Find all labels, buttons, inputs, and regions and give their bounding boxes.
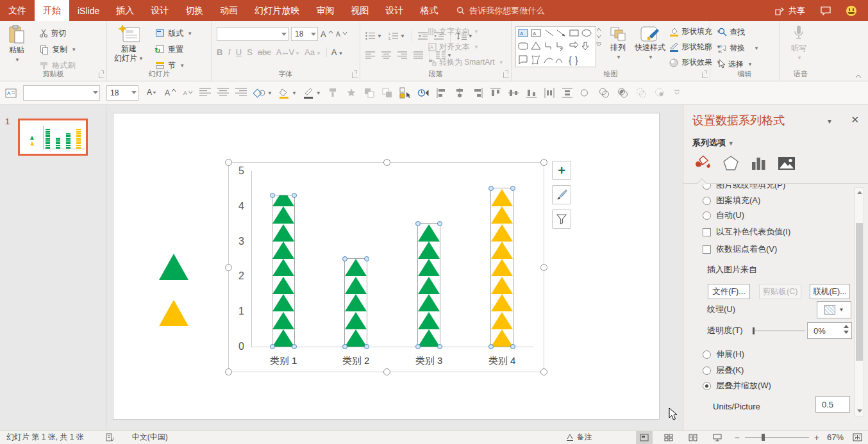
panel-dropdown-icon[interactable]: ▼	[826, 118, 833, 125]
data-point-handle[interactable]	[364, 256, 369, 261]
slide-thumbnail[interactable]	[18, 119, 88, 156]
qb-font-color-icon[interactable]: A	[145, 86, 158, 100]
ribbon-tab-幻灯片放映[interactable]: 幻灯片放映	[246, 0, 308, 21]
clipboard-dialog-launcher[interactable]	[99, 72, 104, 78]
qb-align-right-icon[interactable]	[235, 86, 247, 100]
panel-scrollbar[interactable]	[855, 187, 864, 416]
qb-layout-icon[interactable]: A	[5, 86, 17, 100]
find-button[interactable]: 查找	[718, 26, 759, 38]
data-point-handle[interactable]	[364, 344, 369, 349]
online-button[interactable]: 联机(E)...	[810, 284, 850, 299]
dictate-button[interactable]: 听写 ▼	[785, 21, 813, 71]
decrease-indent-button[interactable]	[412, 29, 428, 43]
reset-button[interactable]: ↻ 重置	[155, 42, 192, 56]
qb-animation-icon[interactable]	[417, 86, 430, 100]
qb-align-center-icon[interactable]	[217, 86, 229, 100]
qb-align-left-icon[interactable]	[199, 86, 211, 100]
qb-align-objects-right-icon[interactable]	[472, 86, 483, 100]
scroll-up-arrow[interactable]	[857, 191, 862, 194]
data-point-handle[interactable]	[270, 344, 275, 349]
chart-handle-e[interactable]	[540, 264, 547, 271]
smartart-button[interactable]: 转换为 SmartArt▼	[428, 57, 504, 68]
smiley-icon[interactable]	[846, 6, 856, 16]
chart-handle-w[interactable]	[225, 264, 232, 271]
green-triangle-shape[interactable]	[159, 254, 188, 280]
ribbon-tab-格式[interactable]: 格式	[412, 0, 446, 21]
data-point-handle[interactable]	[437, 344, 442, 349]
qb-align-objects-center-icon[interactable]	[454, 86, 465, 100]
series-tab-icon[interactable]	[750, 155, 767, 172]
ribbon-tab-视图[interactable]: 视图	[342, 0, 377, 21]
data-point-handle[interactable]	[292, 344, 297, 349]
decrease-font-icon[interactable]: A	[336, 29, 347, 38]
fill-tab-icon[interactable]	[694, 155, 712, 172]
chart-handle-sw[interactable]	[225, 368, 232, 375]
zoom-level[interactable]: 67%	[822, 432, 849, 442]
transparency-value[interactable]: 0%	[807, 322, 852, 339]
option-stack[interactable]: 层叠(K)	[703, 365, 744, 376]
tell-me-search[interactable]: 告诉我你想要做什么	[456, 0, 544, 21]
qb-intersect-icon[interactable]	[635, 86, 647, 100]
collapse-ribbon-button[interactable]	[855, 74, 862, 78]
yellow-triangle-shape[interactable]	[159, 300, 188, 326]
qb-grow-font-icon[interactable]: A	[164, 86, 176, 100]
qb-format-painter-icon[interactable]	[328, 86, 339, 100]
qb-more-tools-icon[interactable]	[672, 86, 681, 100]
replace-button[interactable]: abac替换▼	[718, 42, 759, 54]
layout-button[interactable]: 版式▼	[155, 26, 192, 40]
bold-button[interactable]: B	[217, 47, 222, 57]
qb-union-icon[interactable]	[580, 86, 592, 100]
increase-font-icon[interactable]: A	[321, 29, 333, 38]
file-button[interactable]: 文件(F)...	[708, 284, 750, 299]
qb-align-bottom-icon[interactable]	[526, 86, 537, 100]
scrollbar-thumb[interactable]	[856, 223, 863, 361]
numbering-button[interactable]: 1.2.▼	[388, 29, 405, 43]
qb-shape-change-icon[interactable]: ▼	[253, 86, 272, 100]
option-automatic[interactable]: 自动(U)	[703, 210, 744, 221]
ribbon-tab-iSlide[interactable]: iSlide	[69, 0, 108, 21]
data-point-handle[interactable]	[510, 344, 515, 349]
normal-view-button[interactable]	[636, 431, 653, 444]
qb-align-top-icon[interactable]	[490, 86, 501, 100]
chart-handle-se[interactable]	[540, 368, 547, 375]
panel-close-icon[interactable]: ✕	[851, 114, 859, 126]
font-size-combo[interactable]: 18	[291, 27, 318, 41]
shadow-button[interactable]: S	[247, 47, 253, 57]
option-vary-colors[interactable]: 依数据点着色(V)	[703, 243, 777, 255]
shapes-gallery[interactable]: A A { }	[515, 26, 596, 67]
chart-filters-button[interactable]	[552, 210, 571, 229]
paragraph-dialog-launcher[interactable]	[503, 72, 509, 78]
select-button[interactable]: 选择▼	[718, 58, 759, 70]
option-invert-negative[interactable]: 以互补色代表负值(I)	[703, 226, 790, 238]
units-picture-input[interactable]: 0.5	[815, 396, 850, 413]
chart-handle-s[interactable]	[383, 368, 390, 375]
qb-bring-forward-icon[interactable]	[363, 86, 375, 100]
data-point-handle[interactable]	[342, 344, 347, 349]
underline-button[interactable]: U	[236, 47, 242, 57]
zoom-in-button[interactable]: +	[814, 432, 819, 443]
ribbon-tab-设计[interactable]: 设计	[142, 0, 177, 21]
data-point-handle[interactable]	[488, 344, 494, 349]
chart-bar-类别 1[interactable]	[272, 195, 294, 347]
option-pattern-fill[interactable]: 图案填充(A)	[703, 195, 760, 206]
notes-button[interactable]: 备注	[561, 432, 597, 443]
qb-send-backward-icon[interactable]	[381, 86, 393, 100]
effects-tab-icon[interactable]	[722, 155, 739, 172]
reading-view-button[interactable]	[685, 431, 701, 444]
qb-selection-pane-icon[interactable]	[399, 86, 411, 100]
data-point-handle[interactable]	[415, 344, 421, 349]
align-right-button[interactable]	[397, 48, 407, 62]
chart-area[interactable]: 543210类别 1类别 2类别 3类别 4	[228, 162, 544, 372]
ribbon-tab-切换[interactable]: 切换	[177, 0, 212, 21]
ribbon-tab-动画[interactable]: 动画	[212, 0, 246, 21]
qb-subtract-icon[interactable]	[654, 86, 666, 100]
language-indicator[interactable]: 中文(中国)	[127, 432, 173, 443]
texture-dropdown[interactable]: ▼	[817, 301, 851, 318]
ribbon-tab-插入[interactable]: 插入	[108, 0, 142, 21]
bullets-button[interactable]: ▼	[365, 29, 382, 43]
slide-sorter-button[interactable]	[660, 431, 677, 444]
slideshow-button[interactable]	[709, 431, 726, 444]
data-point-handle[interactable]	[342, 256, 347, 261]
qb-distribute-h-icon[interactable]	[544, 86, 555, 100]
align-text-button[interactable]: A对齐文本▼	[428, 42, 504, 53]
